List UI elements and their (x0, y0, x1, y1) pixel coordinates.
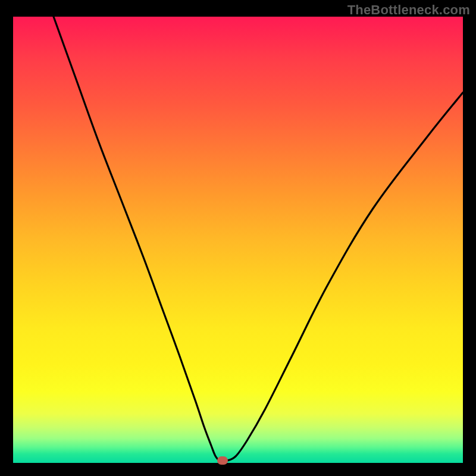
optimal-marker (217, 456, 228, 465)
chart-frame: TheBottleneck.com (0, 0, 476, 476)
bottleneck-curve (13, 17, 463, 463)
curve-path (54, 17, 463, 461)
plot-area (13, 17, 463, 463)
watermark-text: TheBottleneck.com (347, 2, 470, 18)
